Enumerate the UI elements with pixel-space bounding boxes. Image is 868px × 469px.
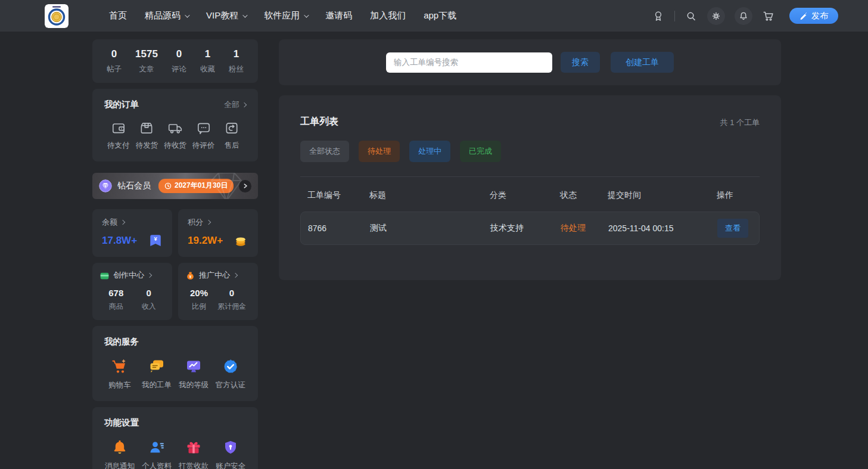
ticket-search-input[interactable]: [386, 52, 552, 73]
nav-item-invite-code[interactable]: 邀请码: [325, 10, 352, 21]
tab-all-status[interactable]: 全部状态: [300, 141, 349, 162]
stat-favorites[interactable]: 1收藏: [200, 48, 215, 74]
status-filter-tabs: 全部状态 待处理 处理中 已完成: [300, 141, 760, 162]
tab-processing[interactable]: 处理中: [409, 141, 450, 162]
orders-all-link[interactable]: 全部: [224, 100, 246, 110]
search-icon[interactable]: [685, 10, 698, 23]
clock-icon: [164, 182, 172, 190]
service-item-cart[interactable]: 购物车: [104, 358, 135, 390]
col-ticket-id: 工单编号: [307, 190, 369, 201]
setting-item-notifications[interactable]: 消息通知: [104, 439, 135, 469]
table-header-row: 工单编号 标题 分类 状态 提交时间 操作: [300, 190, 760, 201]
orders-title: 我的订单: [104, 99, 139, 110]
notify-bell-icon: [111, 439, 129, 456]
my-services-card: 我的服务 购物车 我的工单: [92, 326, 258, 401]
main-content: 搜索 创建工单 工单列表 共 1 个工单 全部状态 待处理 处理中 已完成 工单…: [279, 39, 781, 280]
sidebar: 0帖子 1575文章 0评论 1收藏 1粉丝 我的订单 全部 待支付: [92, 39, 258, 469]
yuan-badge-icon: ¥: [148, 233, 163, 249]
stat-articles[interactable]: 1575文章: [135, 48, 158, 74]
nav-item-join-us[interactable]: 加入我们: [370, 10, 406, 21]
after-sale-icon: [224, 120, 239, 136]
tab-done[interactable]: 已完成: [460, 141, 501, 162]
points-value: 19.2W+: [188, 235, 223, 247]
shield-icon: [222, 439, 239, 456]
nav-item-source-code[interactable]: 精品源码: [145, 10, 188, 21]
setting-item-profile[interactable]: 个人资料: [141, 439, 172, 469]
points-card[interactable]: 积分 19.2W+: [178, 209, 258, 257]
cart-icon[interactable]: [762, 10, 775, 23]
order-item-unpaid[interactable]: 待支付: [104, 120, 133, 151]
money-bag-icon: ¥: [185, 271, 195, 281]
col-status: 状态: [560, 190, 608, 201]
navbar-actions: 发布: [652, 7, 838, 25]
service-item-verified[interactable]: 官方认证: [215, 358, 246, 390]
comment-icon: [196, 120, 211, 136]
cell-ticket-id: 8766: [308, 223, 370, 233]
search-button[interactable]: 搜索: [561, 52, 600, 73]
nav-item-software[interactable]: 软件应用: [264, 10, 307, 21]
truck-icon: [167, 120, 183, 136]
service-item-tickets[interactable]: 我的工单: [141, 358, 172, 390]
my-orders-card: 我的订单 全部 待支付 待发货 待收货: [92, 89, 258, 161]
chevron-down-icon: [304, 13, 309, 17]
order-item-after-sale[interactable]: 售后: [217, 120, 246, 151]
profile-icon: [148, 439, 166, 456]
cell-submit-time: 2025-11-04 00:15: [608, 223, 717, 233]
creation-stat-income: 0收入: [142, 288, 156, 312]
order-item-to-receive[interactable]: 待收货: [161, 120, 189, 151]
svg-text:¥: ¥: [154, 235, 157, 242]
nav-item-app-download[interactable]: app下载: [424, 10, 456, 21]
cell-status-badge: 待处理: [561, 223, 608, 234]
package-icon: [139, 120, 154, 136]
setting-item-security[interactable]: 账户安全: [215, 439, 246, 469]
chevron-right-icon: [242, 183, 248, 189]
order-item-to-review[interactable]: 待评价: [189, 120, 218, 151]
gear-icon: [711, 11, 721, 21]
user-stats-card: 0帖子 1575文章 0评论 1收藏 1粉丝: [92, 39, 258, 83]
coins-icon: [233, 233, 248, 249]
vip-arrow-button[interactable]: [239, 180, 251, 192]
col-title: 标题: [369, 190, 490, 201]
creation-center-card[interactable]: 创作中心 678商品 0收入: [92, 263, 172, 320]
setting-item-rewards[interactable]: 打赏收款: [178, 439, 209, 469]
stat-fans[interactable]: 1粉丝: [229, 48, 244, 74]
vip-membership-banner[interactable]: 钻石会员 2027年01月30日: [92, 173, 258, 199]
nav-item-vip-tutorial[interactable]: VIP教程: [206, 10, 246, 21]
cell-category: 技术支持: [490, 223, 561, 234]
chevron-down-icon: [242, 13, 247, 17]
tab-pending[interactable]: 待处理: [359, 141, 400, 162]
cell-title: 测试: [370, 223, 490, 234]
function-settings-card: 功能设置 消息通知 个人资料: [92, 407, 258, 469]
col-submit-time: 提交时间: [608, 190, 717, 201]
balance-card[interactable]: 余额 17.8W+ ¥: [92, 209, 172, 257]
balance-value: 17.8W+: [102, 235, 137, 247]
order-item-unshipped[interactable]: 待发货: [133, 120, 161, 151]
diamond-icon: [99, 179, 112, 192]
col-category: 分类: [490, 190, 560, 201]
table-row: 8766 测试 技术支持 待处理 2025-11-04 00:15 查看: [300, 212, 760, 245]
cart-color-icon: [111, 358, 129, 375]
promotion-center-card[interactable]: ¥ 推广中心 20%比例 0累计佣金: [178, 263, 258, 320]
medal-icon[interactable]: [652, 10, 665, 23]
site-logo[interactable]: [45, 4, 69, 28]
settings-button[interactable]: [707, 7, 725, 25]
service-item-level[interactable]: 我的等级: [178, 358, 209, 390]
svg-text:¥: ¥: [189, 274, 192, 278]
ticket-count: 共 1 个工单: [720, 117, 760, 128]
logo-emblem-icon: [45, 4, 69, 28]
view-ticket-button[interactable]: 查看: [717, 219, 748, 238]
creation-stat-products: 678商品: [108, 288, 123, 312]
stat-posts[interactable]: 0帖子: [107, 48, 122, 74]
notifications-button[interactable]: [735, 7, 752, 25]
chevron-down-icon: [185, 13, 189, 17]
ticket-chat-icon: [148, 358, 166, 375]
verified-icon: [222, 358, 239, 375]
chevron-right-icon: [233, 273, 238, 278]
stat-comments[interactable]: 0评论: [172, 48, 186, 74]
ticket-list-panel: 工单列表 共 1 个工单 全部状态 待处理 处理中 已完成 工单编号 标题 分类…: [279, 95, 781, 280]
nav-item-home[interactable]: 首页: [109, 10, 127, 21]
vip-level-name: 钻石会员: [117, 181, 151, 191]
create-ticket-button[interactable]: 创建工单: [611, 52, 674, 73]
chevron-right-icon: [242, 102, 247, 107]
publish-button[interactable]: 发布: [789, 8, 838, 24]
